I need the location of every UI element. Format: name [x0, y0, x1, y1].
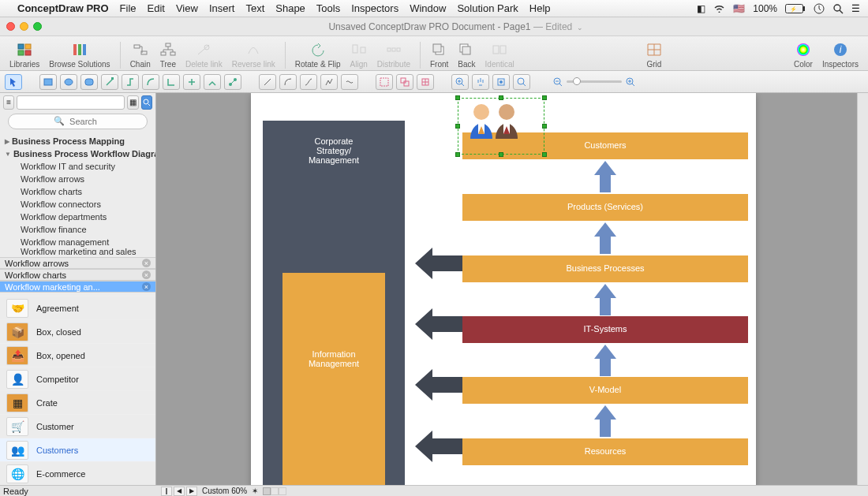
menu-help[interactable]: Help	[529, 2, 551, 14]
tree-subitem[interactable]: Workflow finance	[0, 223, 155, 236]
menu-window[interactable]: Window	[410, 2, 446, 14]
tree-item[interactable]: ▶Business Process Mapping	[0, 135, 155, 147]
shape-item[interactable]: 🤝Agreement	[0, 296, 155, 319]
front-button[interactable]: Front	[430, 41, 448, 69]
connector3-tool[interactable]	[142, 74, 159, 90]
spotlight-icon[interactable]	[832, 3, 844, 14]
connector4-tool[interactable]	[163, 74, 180, 90]
zoom-out-icon[interactable]	[552, 76, 563, 88]
connector6-tool[interactable]	[204, 74, 221, 90]
title-dropdown-icon[interactable]: ⌄	[577, 24, 583, 32]
shape-item[interactable]: 👤Competitor	[0, 367, 155, 390]
open-library-row[interactable]: Workflow arrows×	[0, 257, 155, 269]
tree-button[interactable]: Tree	[160, 41, 176, 69]
zoom-button[interactable]	[33, 22, 42, 31]
line-tool[interactable]	[259, 74, 276, 90]
add-page-button[interactable]: ✶	[252, 487, 258, 495]
group2-tool[interactable]	[396, 74, 413, 90]
wifi-icon[interactable]	[713, 4, 725, 13]
rect-tool[interactable]	[39, 74, 57, 90]
connector2-tool[interactable]	[122, 74, 139, 90]
browse-solutions-button[interactable]: Browse Solutions	[49, 41, 110, 69]
menu-solutionpark[interactable]: Solution Park	[457, 2, 518, 14]
spline-tool[interactable]	[341, 74, 358, 90]
canvas-area[interactable]: CorporateStrategy/Management Information…	[156, 93, 868, 485]
connector1-tool[interactable]	[101, 74, 118, 90]
roundrect-tool[interactable]	[80, 74, 98, 90]
notifications-icon[interactable]: ☰	[851, 3, 860, 14]
tree-subitem[interactable]: Workflow arrows	[0, 173, 155, 185]
zoom-in-icon[interactable]	[625, 76, 636, 88]
vertical-scrollbar[interactable]	[857, 93, 868, 485]
curve-tool[interactable]	[300, 74, 317, 90]
connector7-tool[interactable]	[224, 74, 241, 90]
tree-subitem[interactable]: Workflow marketing and sales	[0, 248, 155, 255]
zoom-slider[interactable]	[552, 76, 636, 88]
grid-view-button[interactable]: ▦	[127, 95, 138, 110]
tree-subitem[interactable]: Workflow departments	[0, 211, 155, 223]
search-input[interactable]	[8, 114, 148, 129]
open-library-row[interactable]: Workflow marketing an...×	[0, 281, 155, 293]
shape-item[interactable]: ▦Crate	[0, 390, 155, 414]
group-tool[interactable]	[376, 74, 393, 90]
library-menu-button[interactable]: ≡	[3, 95, 14, 110]
rotate-flip-button[interactable]: Rotate & Flip	[295, 41, 341, 69]
menu-text[interactable]: Text	[245, 2, 264, 14]
arc-tool[interactable]	[279, 74, 297, 90]
battery-icon[interactable]: ⚡	[785, 4, 806, 13]
tree-subitem[interactable]: Workflow charts	[0, 185, 155, 198]
tree-subitem[interactable]: Workflow IT and security	[0, 160, 155, 173]
page-canvas[interactable]: CorporateStrategy/Management Information…	[251, 93, 756, 485]
tree-subitem[interactable]: Workflow connectors	[0, 198, 155, 211]
tree-subitem[interactable]: Workflow management	[0, 236, 155, 248]
page-thumb[interactable]	[271, 487, 279, 495]
group3-tool[interactable]	[417, 74, 434, 90]
polyline-tool[interactable]	[320, 74, 338, 90]
chain-button[interactable]: Chain	[130, 41, 151, 69]
select-tool[interactable]	[5, 74, 22, 90]
shape-item[interactable]: 👥Customers	[0, 438, 155, 461]
zoom-label[interactable]: Custom 60%	[202, 487, 247, 495]
close-icon[interactable]: ×	[142, 282, 151, 291]
menu-edit[interactable]: Edit	[148, 2, 165, 14]
back-button[interactable]: Back	[458, 41, 475, 69]
close-icon[interactable]: ×	[142, 270, 151, 279]
siri-icon[interactable]: ◧	[697, 3, 705, 14]
app-name[interactable]: ConceptDraw PRO	[17, 2, 109, 14]
close-icon[interactable]: ×	[142, 259, 151, 267]
menu-file[interactable]: File	[120, 2, 137, 14]
zoom-in-tool[interactable]	[451, 74, 469, 90]
ellipse-tool[interactable]	[60, 74, 77, 90]
menu-inspectors[interactable]: Inspectors	[351, 2, 398, 14]
color-button[interactable]: Color	[794, 41, 813, 69]
page-next-button[interactable]: ▶	[186, 487, 197, 496]
connector5-tool[interactable]	[183, 74, 200, 90]
shape-item[interactable]: 🌐E-commerce	[0, 461, 155, 485]
menu-tools[interactable]: Tools	[316, 2, 340, 14]
menu-shape[interactable]: Shape	[275, 2, 305, 14]
menu-view[interactable]: View	[176, 2, 198, 14]
shape-item[interactable]: 🛒Customer	[0, 414, 155, 438]
pan-tool[interactable]	[472, 74, 489, 90]
grid-button[interactable]: Grid	[646, 41, 662, 69]
page-thumb[interactable]	[263, 487, 271, 495]
clock-icon[interactable]	[814, 3, 825, 14]
shape-item[interactable]: 📦Box, closed	[0, 319, 155, 343]
library-filter-input[interactable]	[17, 95, 125, 110]
open-library-row[interactable]: Workflow charts×	[0, 269, 155, 281]
libraries-button[interactable]: Libraries	[9, 41, 39, 69]
flag-icon[interactable]: 🇺🇸	[733, 3, 745, 14]
page-pause-button[interactable]: ‖	[161, 487, 172, 496]
inspectors-button[interactable]: i Inspectors	[822, 41, 859, 69]
selection-handles[interactable]	[458, 98, 544, 155]
tree-item[interactable]: ▼Business Process Workflow Diagrams	[0, 147, 155, 160]
page-prev-button[interactable]: ◀	[174, 487, 185, 496]
minimize-button[interactable]	[20, 22, 28, 31]
close-button[interactable]	[6, 22, 15, 31]
shape-item[interactable]: 📤Box, opened	[0, 343, 155, 367]
zoom-reset-tool[interactable]	[513, 74, 530, 90]
menu-insert[interactable]: Insert	[209, 2, 235, 14]
fit-tool[interactable]	[492, 74, 510, 90]
search-libraries-button[interactable]	[141, 95, 152, 110]
page-thumb[interactable]	[279, 487, 286, 495]
